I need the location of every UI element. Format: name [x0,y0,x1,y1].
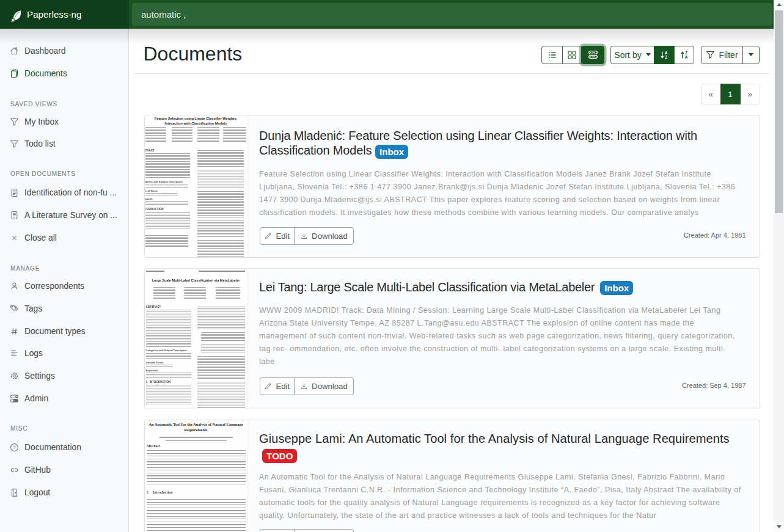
svg-text:A: A [684,55,687,59]
svg-text:?: ? [13,445,16,451]
svg-text:Z: Z [665,55,667,59]
